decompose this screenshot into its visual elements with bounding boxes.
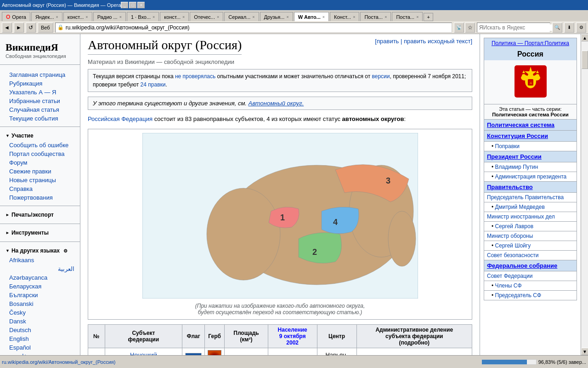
rf-link[interactable]: Российская Федерация xyxy=(88,115,153,122)
sidebar-link-rubric[interactable]: Рубрикация xyxy=(0,79,80,88)
minimize-button[interactable]: _ xyxy=(121,2,128,8)
tab-otechestvo[interactable]: Отечес...× xyxy=(190,12,223,21)
link-admin-president[interactable]: Администрация президента xyxy=(495,173,567,180)
edit-source-link[interactable]: править исходный текст xyxy=(404,38,470,45)
tab-posta2[interactable]: Поста...× xyxy=(392,12,423,21)
link-fed[interactable]: Федеральное собрание xyxy=(487,262,557,269)
sidebar-section-tools-header[interactable]: ► Инструменты xyxy=(0,228,80,238)
notice-link-unchecked[interactable]: не проверялась xyxy=(175,73,215,80)
sidebar-link-belarusian[interactable]: Беларуская xyxy=(0,282,80,291)
tab-opera[interactable]: OOpera xyxy=(2,12,30,21)
address-bar-container[interactable]: 🔒 xyxy=(55,23,452,33)
russia-map[interactable]: 3 2 4 1 xyxy=(142,133,418,299)
tab-konst2[interactable]: конст...× xyxy=(160,12,189,21)
link-predsed[interactable]: Председатель Правительства xyxy=(487,194,564,201)
link-nenets[interactable]: Ненецкийавтономный округ xyxy=(119,351,169,355)
sidebar-link-events[interactable]: Текущие события xyxy=(0,114,80,123)
scroll-thumb[interactable] xyxy=(582,51,588,69)
link-medvedev[interactable]: Дмитрий Медведев xyxy=(495,204,545,210)
link-konst[interactable]: Конституция России xyxy=(487,132,548,139)
link-mod[interactable]: Министр обороны xyxy=(487,233,533,239)
tab-konst3[interactable]: Конст...× xyxy=(330,12,359,21)
sidebar-link-arabic[interactable]: العربية xyxy=(0,264,80,273)
sidebar-link-farsi[interactable]: فارسی xyxy=(0,352,80,355)
tab-konst1[interactable]: конст...× xyxy=(63,12,92,21)
sidebar-link-azerbaijani[interactable]: Azərbaycanca xyxy=(0,273,80,282)
tab-login[interactable]: 1 · Вхо...× xyxy=(127,12,159,21)
sidebar-link-help[interactable]: Справка xyxy=(0,184,80,193)
sidebar-section-print-header[interactable]: ► Печать/экспорт xyxy=(0,210,80,220)
sidebar-link-random[interactable]: Случайная статья xyxy=(0,105,80,114)
scrollbar[interactable]: ▲ ▼ xyxy=(581,34,588,355)
tab-posta1[interactable]: Поста...× xyxy=(360,12,391,21)
politics-link[interactable]: Политика — Портал:Политика xyxy=(492,40,569,46)
sidebar-link-forum[interactable]: Форум xyxy=(0,158,80,167)
sidebar-link-czech[interactable]: Česky xyxy=(0,308,80,317)
sidebar-link-index[interactable]: Указатель А — Я xyxy=(0,88,80,97)
tab-serial[interactable]: Сериал...× xyxy=(224,12,259,21)
sidebar-section-participate-header[interactable]: ▼ Участие xyxy=(0,131,80,141)
link-amendments[interactable]: Поправки xyxy=(495,143,520,150)
forward-button[interactable]: ► xyxy=(14,23,24,33)
bookmark-icon[interactable]: ☆ xyxy=(465,23,475,33)
link-security[interactable]: Совет безопасности xyxy=(487,252,539,259)
link-putin[interactable]: Владимир Путин xyxy=(495,164,538,170)
sidebar-link-german[interactable]: Deutsch xyxy=(0,326,80,334)
link-sf[interactable]: Совет Федерации xyxy=(487,273,533,279)
region-1-label[interactable]: 1 xyxy=(280,213,285,222)
link-lavrov[interactable]: Сергей Лавров xyxy=(495,223,533,230)
sidebar-link-featured[interactable]: Избранные статьи xyxy=(0,97,80,105)
disambig-link[interactable]: Автономный округ. xyxy=(249,100,304,107)
region-2-label[interactable]: 2 xyxy=(312,247,317,257)
link-sf-chair[interactable]: Председатель СФ xyxy=(495,292,542,299)
address-input[interactable] xyxy=(66,24,450,31)
close-button[interactable]: × xyxy=(137,2,145,8)
tab-yandex[interactable]: Яндек...× xyxy=(31,12,62,21)
maximize-button[interactable]: □ xyxy=(129,2,136,8)
sidebar-link-spanish[interactable]: Español xyxy=(0,343,80,352)
sidebar-link-portal[interactable]: Портал сообщества xyxy=(0,150,80,158)
sidebar-link-changes[interactable]: Свежие правки xyxy=(0,167,80,176)
langs-settings-icon[interactable]: ⚙ xyxy=(63,248,68,253)
tab-avtonom[interactable]: W Авто...× xyxy=(294,12,329,21)
sidebar-link-report[interactable]: Сообщить об ошибке xyxy=(0,141,80,150)
sidebar-link-main[interactable]: Заглавная страница xyxy=(0,70,80,79)
tab-friends[interactable]: Друзья...× xyxy=(260,12,293,21)
link-sf-members[interactable]: Члены СФ xyxy=(495,282,522,289)
sidebar-link-danish[interactable]: Dansk xyxy=(0,317,80,326)
sidebar-link-donate[interactable]: Пожертвования xyxy=(0,193,80,202)
scroll-track[interactable] xyxy=(581,41,588,348)
region-4-label[interactable]: 4 xyxy=(333,218,338,227)
link-detail-1[interactable]: подробнее xyxy=(399,355,429,355)
link-president[interactable]: Президент России xyxy=(487,153,542,160)
link-polsys[interactable]: Политическая система xyxy=(487,121,554,128)
sidebar-link-english[interactable]: English xyxy=(0,334,80,343)
notice-link-edits[interactable]: 24 правки xyxy=(141,81,166,88)
cell-pop-1: 41 000 xyxy=(268,348,317,355)
tab-radio[interactable]: Радио ...× xyxy=(93,12,126,21)
settings-icon[interactable]: ⚙ xyxy=(576,23,586,33)
col-herb: Герб xyxy=(205,324,225,348)
sidebar-link-new-pages[interactable]: Новые страницы xyxy=(0,176,80,184)
sidebar-link-afrikaans[interactable]: Afrikaans xyxy=(0,256,80,264)
scroll-down-button[interactable]: ▼ xyxy=(581,348,588,355)
edit-link[interactable]: править xyxy=(377,38,399,45)
link-mfa[interactable]: Министр иностранных дел xyxy=(487,213,555,220)
rss-icon[interactable]: 📡 xyxy=(454,23,464,33)
link-shoigu[interactable]: Сергей Шойгу xyxy=(495,242,531,249)
notice-link-version[interactable]: версии xyxy=(372,73,390,80)
scroll-up-button[interactable]: ▲ xyxy=(581,34,588,41)
search-go-button[interactable]: 🔍 xyxy=(552,23,562,33)
link-gov[interactable]: Правительство xyxy=(487,184,533,190)
region-3-label[interactable]: 3 xyxy=(386,176,390,185)
new-tab-button[interactable]: + xyxy=(424,13,433,21)
sidebar-link-bulgarian[interactable]: Български xyxy=(0,291,80,299)
reload-button[interactable]: ↺ xyxy=(26,23,36,33)
sidebar-section-langs-header[interactable]: ▼ На других языках ⚙ xyxy=(0,246,80,256)
sidebar-link-bosanski[interactable]: Bosanski xyxy=(0,299,80,308)
back-button[interactable]: ◄ xyxy=(2,23,12,33)
search-input[interactable] xyxy=(483,24,552,31)
download-icon[interactable]: ⬇ xyxy=(564,23,574,33)
web-button[interactable]: Веб xyxy=(38,23,53,33)
search-container[interactable]: Я xyxy=(477,23,550,33)
